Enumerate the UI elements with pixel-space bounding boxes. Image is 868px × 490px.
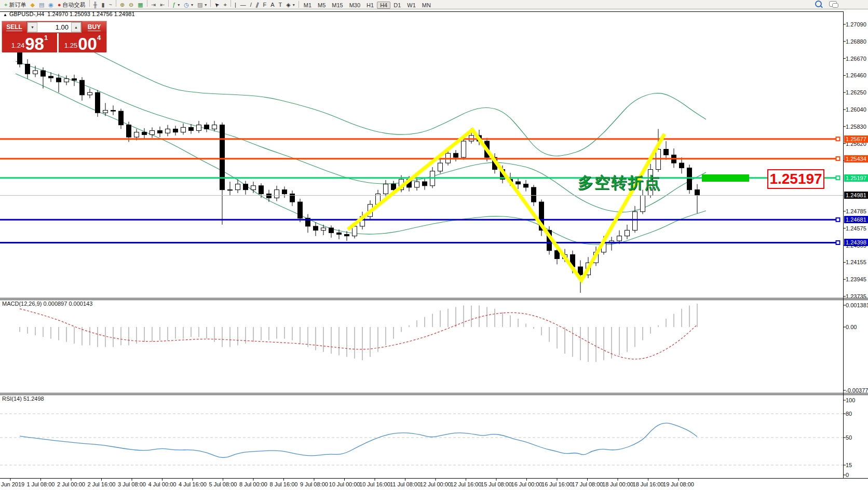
mt4-terminal-window: +新订单◆▤◉●自动交易╫▮~⊕⊖▦⇥⇤ƒ▾◷▾▨▾➤+|—/∥FAT◈▾ M1…	[0, 0, 868, 490]
horizontal-line-icon: —	[240, 2, 246, 8]
bars-chart-button[interactable]: ╫	[91, 1, 100, 9]
macd-scale-label: 0.001381	[846, 302, 868, 308]
text-button[interactable]: A	[268, 1, 276, 9]
macd-scale-label: -0.003771	[846, 387, 868, 393]
auto-scroll-button[interactable]: ⇥	[149, 1, 158, 9]
text-label-button[interactable]: T	[277, 1, 284, 9]
tile-windows-button[interactable]: ▦	[135, 1, 145, 9]
templates-icon: ▨	[197, 2, 202, 8]
price-tick-label: 1.26460	[846, 72, 866, 78]
cursor-icon: ➤	[213, 2, 221, 9]
crosshair-icon: +	[224, 2, 227, 8]
timeframe-m1-button[interactable]: M1	[301, 2, 315, 9]
timeframe-d1-button[interactable]: D1	[390, 2, 404, 9]
arrows-button[interactable]: ◈▾	[284, 1, 296, 9]
price-tick-label: 1.23945	[846, 276, 866, 282]
toolbar-separator	[299, 1, 299, 8]
ohlc-values: 1.24970 1.25093 1.24756 1.24981	[47, 11, 134, 17]
zoom-out-button[interactable]: ⊖	[127, 1, 135, 9]
sell-button[interactable]: SELL	[2, 21, 26, 33]
candles-chart-button[interactable]: ▮	[99, 1, 106, 9]
line-chart-button[interactable]: ~	[106, 1, 114, 9]
search-icon[interactable]	[815, 1, 822, 7]
annotation-text[interactable]: 多空转折点	[578, 172, 661, 194]
sell-price[interactable]: 1.24 98 1	[2, 33, 57, 52]
macd-scale-label: 0.00	[846, 324, 857, 330]
chat-icon[interactable]	[829, 1, 837, 7]
indicators-button[interactable]: ƒ▾	[170, 1, 182, 9]
caret-down-icon: ▾	[191, 3, 193, 7]
zoom-in-button[interactable]: ⊕	[118, 1, 127, 9]
chart-shift-button[interactable]: ⇤	[158, 1, 167, 9]
timeframe-w1-button[interactable]: W1	[404, 2, 419, 9]
timeframe-h1-button[interactable]: H1	[363, 2, 377, 9]
zoom-in-icon: ⊕	[120, 2, 125, 8]
rsi-scale-label: 0	[846, 472, 849, 478]
new-order-label: 新订单	[9, 1, 26, 9]
volume-decrease-button[interactable]: ▼	[28, 22, 37, 32]
price-tick-label: 1.24155	[846, 259, 866, 265]
channel-button[interactable]: ∥	[254, 1, 261, 9]
volume-increase-button[interactable]: ▲	[71, 22, 81, 32]
toolbar-buttons: +新订单◆▤◉●自动交易╫▮~⊕⊖▦⇥⇤ƒ▾◷▾▨▾➤+|—/∥FAT◈▾	[2, 0, 297, 9]
market-depth-button[interactable]: ◆	[28, 1, 36, 9]
horizontal-line-button[interactable]: —	[238, 1, 248, 9]
toolbar-separator	[230, 0, 231, 7]
crosshair-button[interactable]: +	[222, 1, 229, 9]
highlight-rectangle[interactable]	[702, 174, 749, 182]
price-callout[interactable]: 1.25197	[767, 169, 824, 189]
volume-value[interactable]: 1.00	[37, 22, 71, 32]
toolbar-separator	[168, 0, 169, 7]
indicators-icon: ƒ	[172, 2, 175, 8]
periods-menu-button[interactable]: ◷▾	[182, 1, 195, 9]
rsi-scale-label: 50	[846, 434, 852, 441]
trendline-button[interactable]: /	[248, 1, 254, 9]
chart-canvas[interactable]	[0, 0, 868, 490]
price-line-label: 1.24981	[844, 192, 868, 199]
line-chart-icon: ~	[108, 2, 112, 8]
collapse-icon[interactable]: ▲	[3, 12, 7, 17]
channel-icon: ∥	[255, 2, 260, 8]
price-tick-label: 1.24785	[846, 208, 866, 214]
vertical-line-button[interactable]: |	[233, 1, 238, 9]
trendline-icon: /	[250, 2, 252, 8]
price-tick-label: 1.26880	[846, 38, 866, 45]
timeframe-m15-button[interactable]: M15	[329, 2, 346, 9]
buy-button[interactable]: BUY	[82, 21, 106, 33]
price-line-label: 1.24681	[844, 216, 868, 223]
vertical-line-icon: |	[235, 2, 236, 8]
rsi-scale-label: 100	[846, 397, 855, 403]
zigzag-trendline[interactable]	[348, 130, 664, 280]
auto-scroll-icon: ⇥	[151, 2, 156, 8]
price-tick-label: 1.26040	[846, 106, 866, 113]
text-label-icon: T	[279, 2, 282, 8]
autotrading-label: 自动交易	[63, 1, 86, 9]
chart-shift-icon: ⇤	[160, 2, 165, 8]
horizontal-lines[interactable]	[0, 137, 843, 244]
chart-window-button[interactable]: ▤	[37, 1, 46, 9]
sell-price-big: 98	[25, 37, 44, 51]
price-tick-label: 1.25830	[846, 124, 866, 130]
timeframe-m30-button[interactable]: M30	[346, 2, 363, 9]
signals-button[interactable]: ◉	[46, 1, 56, 9]
macd-label: MACD(12,26,9) 0.000897 0.000143	[2, 301, 92, 307]
autotrading-button[interactable]: ●自动交易	[56, 1, 88, 9]
sell-price-small: 1.24	[11, 42, 24, 49]
price-tick-label: 1.26670	[846, 56, 866, 62]
toolbar-separator	[147, 0, 147, 7]
timeframe-m5-button[interactable]: M5	[315, 2, 329, 9]
cursor-button[interactable]: ➤	[212, 1, 221, 9]
market-depth-icon: ◆	[30, 2, 34, 8]
timeframe-h4-button[interactable]: H4	[377, 2, 390, 9]
new-order-button[interactable]: +新订单	[2, 1, 28, 9]
bars-chart-icon: ╫	[93, 2, 98, 8]
buy-price-big: 00	[78, 37, 97, 51]
toolbar-right-icons	[815, 1, 837, 7]
templates-button[interactable]: ▨▾	[195, 1, 209, 9]
fibonacci-button[interactable]: F	[261, 1, 268, 9]
buy-price[interactable]: 1.25 00 4	[59, 33, 106, 52]
rsi-label: RSI(14) 51.2498	[2, 396, 44, 402]
rsi-scale-label: 15	[846, 462, 852, 468]
timeframe-mn-button[interactable]: MN	[419, 2, 434, 9]
caret-down-icon: ▾	[205, 3, 207, 7]
